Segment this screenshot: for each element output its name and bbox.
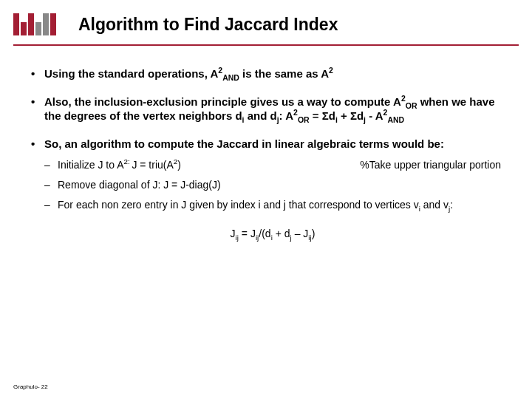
formula: Jij = Jij/(di + dj – Jij) <box>44 227 501 240</box>
bullet-2: Also, the inclusion-exclusion principle … <box>31 95 501 123</box>
step-2: Remove diagonal of J: J = J-diag(J) <box>44 178 501 192</box>
slide-content: Using the standard operations, A2AND is … <box>0 46 532 240</box>
step-1: Initialize J to A2: J = triu(A2) %Take u… <box>44 158 501 172</box>
slide-footer: Graphulo- 22 <box>13 383 48 390</box>
step-1-comment: %Take upper triangular portion <box>345 158 501 172</box>
slide-title: Algorithm to Find Jaccard Index <box>78 15 338 35</box>
mit-logo <box>13 13 56 35</box>
bullet-1: Using the standard operations, A2AND is … <box>31 66 501 81</box>
bullet-3: So, an algorithm to compute the Jaccard … <box>31 137 501 240</box>
step-3: For each non zero entry in J given by in… <box>44 198 501 212</box>
slide-header: Algorithm to Find Jaccard Index <box>0 0 532 40</box>
